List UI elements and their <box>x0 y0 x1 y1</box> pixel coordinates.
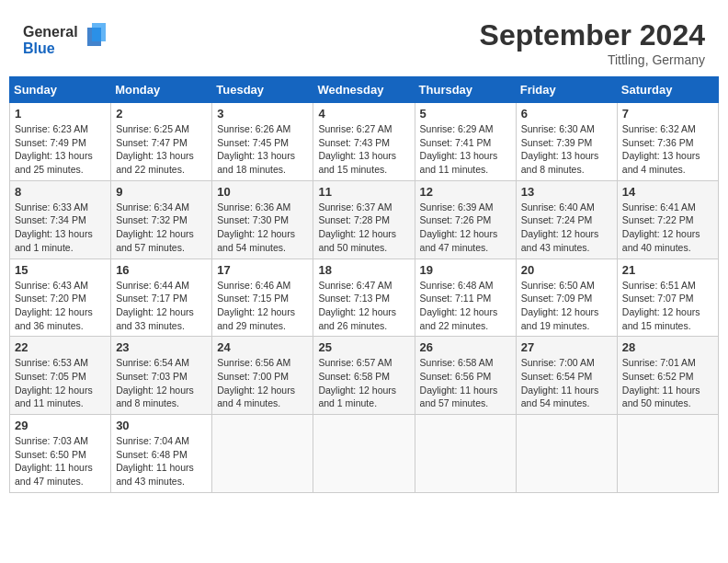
calendar-cell <box>516 415 617 493</box>
calendar-cell: 5Sunrise: 6:29 AM Sunset: 7:41 PM Daylig… <box>415 103 516 181</box>
day-number: 1 <box>15 107 106 121</box>
col-sunday: Sunday <box>10 77 111 103</box>
calendar-cell: 7Sunrise: 6:32 AM Sunset: 7:36 PM Daylig… <box>617 103 718 181</box>
day-number: 11 <box>318 185 409 199</box>
day-info: Sunrise: 6:54 AM Sunset: 7:03 PM Dayligh… <box>116 356 207 410</box>
day-info: Sunrise: 6:27 AM Sunset: 7:43 PM Dayligh… <box>318 122 409 177</box>
day-number: 23 <box>116 340 207 354</box>
calendar-cell: 28Sunrise: 7:01 AM Sunset: 6:52 PM Dayli… <box>617 337 718 415</box>
day-info: Sunrise: 6:33 AM Sunset: 7:34 PM Dayligh… <box>15 201 106 255</box>
day-number: 19 <box>420 263 511 277</box>
week-row-2: 8Sunrise: 6:33 AM Sunset: 7:34 PM Daylig… <box>10 180 719 259</box>
day-info: Sunrise: 6:58 AM Sunset: 6:56 PM Dayligh… <box>420 356 511 410</box>
day-number: 9 <box>116 185 207 199</box>
calendar-cell: 11Sunrise: 6:37 AM Sunset: 7:28 PM Dayli… <box>313 180 415 259</box>
calendar-cell: 2Sunrise: 6:25 AM Sunset: 7:47 PM Daylig… <box>111 103 212 181</box>
day-info: Sunrise: 6:47 AM Sunset: 7:13 PM Dayligh… <box>318 279 409 333</box>
day-info: Sunrise: 6:26 AM Sunset: 7:45 PM Dayligh… <box>217 122 308 177</box>
calendar-cell: 8Sunrise: 6:33 AM Sunset: 7:34 PM Daylig… <box>10 180 111 259</box>
day-info: Sunrise: 6:41 AM Sunset: 7:22 PM Dayligh… <box>622 201 713 255</box>
calendar-header-row: Sunday Monday Tuesday Wednesday Thursday… <box>10 77 719 103</box>
day-number: 2 <box>116 107 207 121</box>
page-header: General Blue September 2024 Tittling, Ge… <box>9 9 719 72</box>
day-info: Sunrise: 6:39 AM Sunset: 7:26 PM Dayligh… <box>420 201 511 255</box>
calendar-cell: 24Sunrise: 6:56 AM Sunset: 7:00 PM Dayli… <box>212 337 313 415</box>
day-number: 22 <box>15 340 106 354</box>
day-info: Sunrise: 6:50 AM Sunset: 7:09 PM Dayligh… <box>521 279 612 333</box>
col-friday: Friday <box>516 77 617 103</box>
day-info: Sunrise: 6:36 AM Sunset: 7:30 PM Dayligh… <box>217 201 308 255</box>
day-number: 20 <box>521 263 612 277</box>
day-info: Sunrise: 6:40 AM Sunset: 7:24 PM Dayligh… <box>521 201 612 255</box>
svg-text:General: General <box>23 24 78 40</box>
day-info: Sunrise: 6:32 AM Sunset: 7:36 PM Dayligh… <box>622 122 713 177</box>
calendar-cell: 27Sunrise: 7:00 AM Sunset: 6:54 PM Dayli… <box>516 337 617 415</box>
calendar-cell: 10Sunrise: 6:36 AM Sunset: 7:30 PM Dayli… <box>212 180 313 259</box>
col-monday: Monday <box>111 77 212 103</box>
day-info: Sunrise: 6:51 AM Sunset: 7:07 PM Dayligh… <box>622 279 713 333</box>
day-info: Sunrise: 6:23 AM Sunset: 7:49 PM Dayligh… <box>15 122 106 177</box>
logo: General Blue <box>23 18 115 63</box>
calendar-cell <box>617 415 718 493</box>
week-row-5: 29Sunrise: 7:03 AM Sunset: 6:50 PM Dayli… <box>10 415 719 493</box>
day-info: Sunrise: 7:03 AM Sunset: 6:50 PM Dayligh… <box>15 434 106 488</box>
calendar-cell: 4Sunrise: 6:27 AM Sunset: 7:43 PM Daylig… <box>313 103 415 181</box>
day-info: Sunrise: 6:56 AM Sunset: 7:00 PM Dayligh… <box>217 356 308 410</box>
calendar-cell: 19Sunrise: 6:48 AM Sunset: 7:11 PM Dayli… <box>415 259 516 337</box>
day-number: 24 <box>217 340 308 354</box>
day-info: Sunrise: 6:25 AM Sunset: 7:47 PM Dayligh… <box>116 122 207 177</box>
calendar-cell: 21Sunrise: 6:51 AM Sunset: 7:07 PM Dayli… <box>617 259 718 337</box>
day-info: Sunrise: 6:57 AM Sunset: 6:58 PM Dayligh… <box>318 356 409 410</box>
day-number: 13 <box>521 185 612 199</box>
month-title: September 2024 <box>480 18 705 52</box>
calendar-cell: 17Sunrise: 6:46 AM Sunset: 7:15 PM Dayli… <box>212 259 313 337</box>
day-number: 12 <box>420 185 511 199</box>
day-number: 10 <box>217 185 308 199</box>
day-number: 29 <box>15 419 106 432</box>
calendar-cell: 15Sunrise: 6:43 AM Sunset: 7:20 PM Dayli… <box>10 259 111 337</box>
calendar-cell: 18Sunrise: 6:47 AM Sunset: 7:13 PM Dayli… <box>313 259 415 337</box>
logo-text: General Blue <box>23 18 115 63</box>
day-info: Sunrise: 6:30 AM Sunset: 7:39 PM Dayligh… <box>521 122 612 177</box>
day-number: 25 <box>318 340 409 354</box>
col-tuesday: Tuesday <box>212 77 313 103</box>
calendar-cell <box>212 415 313 493</box>
day-number: 6 <box>521 107 612 121</box>
day-info: Sunrise: 7:01 AM Sunset: 6:52 PM Dayligh… <box>622 356 713 410</box>
day-number: 28 <box>622 340 713 354</box>
calendar-cell: 3Sunrise: 6:26 AM Sunset: 7:45 PM Daylig… <box>212 103 313 181</box>
day-number: 17 <box>217 263 308 277</box>
day-number: 3 <box>217 107 308 121</box>
col-saturday: Saturday <box>617 77 718 103</box>
calendar-cell <box>415 415 516 493</box>
week-row-4: 22Sunrise: 6:53 AM Sunset: 7:05 PM Dayli… <box>10 337 719 415</box>
calendar-cell: 23Sunrise: 6:54 AM Sunset: 7:03 PM Dayli… <box>111 337 212 415</box>
week-row-1: 1Sunrise: 6:23 AM Sunset: 7:49 PM Daylig… <box>10 103 719 181</box>
day-number: 8 <box>15 185 106 199</box>
col-thursday: Thursday <box>415 77 516 103</box>
day-info: Sunrise: 7:00 AM Sunset: 6:54 PM Dayligh… <box>521 356 612 410</box>
calendar-cell: 20Sunrise: 6:50 AM Sunset: 7:09 PM Dayli… <box>516 259 617 337</box>
day-info: Sunrise: 6:44 AM Sunset: 7:17 PM Dayligh… <box>116 279 207 333</box>
location: Tittling, Germany <box>480 52 705 67</box>
svg-marker-3 <box>92 23 106 41</box>
day-info: Sunrise: 6:29 AM Sunset: 7:41 PM Dayligh… <box>420 122 511 177</box>
day-number: 30 <box>116 419 207 432</box>
day-info: Sunrise: 6:53 AM Sunset: 7:05 PM Dayligh… <box>15 356 106 410</box>
calendar-cell: 14Sunrise: 6:41 AM Sunset: 7:22 PM Dayli… <box>617 180 718 259</box>
calendar-table: Sunday Monday Tuesday Wednesday Thursday… <box>9 76 719 493</box>
calendar-cell: 25Sunrise: 6:57 AM Sunset: 6:58 PM Dayli… <box>313 337 415 415</box>
day-number: 7 <box>622 107 713 121</box>
col-wednesday: Wednesday <box>313 77 415 103</box>
calendar-cell: 1Sunrise: 6:23 AM Sunset: 7:49 PM Daylig… <box>10 103 111 181</box>
calendar-cell: 30Sunrise: 7:04 AM Sunset: 6:48 PM Dayli… <box>111 415 212 493</box>
calendar-cell: 29Sunrise: 7:03 AM Sunset: 6:50 PM Dayli… <box>10 415 111 493</box>
title-block: September 2024 Tittling, Germany <box>480 18 705 67</box>
day-info: Sunrise: 6:37 AM Sunset: 7:28 PM Dayligh… <box>318 201 409 255</box>
svg-text:Blue: Blue <box>23 40 55 56</box>
day-number: 18 <box>318 263 409 277</box>
calendar-cell: 12Sunrise: 6:39 AM Sunset: 7:26 PM Dayli… <box>415 180 516 259</box>
day-info: Sunrise: 7:04 AM Sunset: 6:48 PM Dayligh… <box>116 434 207 488</box>
day-number: 5 <box>420 107 511 121</box>
day-number: 16 <box>116 263 207 277</box>
